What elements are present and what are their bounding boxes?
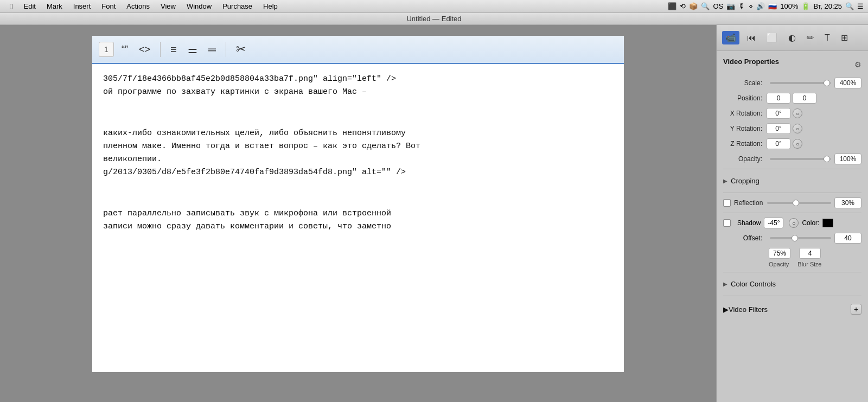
os-label: OS — [713, 2, 723, 10]
opacity-slider[interactable] — [770, 158, 831, 160]
y-rotation-input[interactable]: 0° — [767, 123, 790, 134]
menu-view[interactable]: View — [155, 0, 181, 12]
frame-tool-btn[interactable]: ⬜ — [763, 31, 781, 44]
shadow-blur-input[interactable]: 4 — [799, 248, 821, 259]
mic-icon: 🎙 — [738, 2, 745, 10]
video-tool-btn[interactable]: 📹 — [722, 31, 739, 44]
menu-actions[interactable]: Actions — [121, 0, 155, 12]
z-rotation-row: Z Rotation: 0° ○ — [723, 138, 861, 149]
scissors-button[interactable]: ✂ — [233, 40, 249, 59]
arrow-icon: ⟲ — [680, 2, 686, 10]
list-icon[interactable]: ☰ — [857, 2, 864, 10]
quote-button[interactable]: “” — [118, 42, 131, 58]
menubar:  Edit Mark Insert Font Actions View Win… — [0, 0, 868, 13]
unordered-list-button[interactable]: ≡ — [167, 41, 180, 58]
x-rotation-input[interactable]: 0° — [767, 108, 790, 119]
panel-toolbar: 📹 ⏮ ⬜ ◐ ✏ T ⊞ — [717, 25, 868, 51]
shadow-angle-input[interactable]: -45° — [764, 218, 783, 228]
opacity-thumb[interactable] — [824, 156, 830, 162]
shadow-color-swatch[interactable] — [822, 219, 833, 227]
z-rotation-input[interactable]: 0° — [767, 138, 790, 149]
reflection-value: 30% — [834, 197, 861, 208]
scale-value: 400% — [834, 78, 861, 88]
apple-menu[interactable]:  — [4, 0, 18, 12]
y-rotation-dial[interactable]: ○ — [793, 124, 802, 133]
menu-purchase[interactable]: Purchase — [217, 0, 258, 12]
hr-button[interactable]: ═ — [205, 41, 219, 58]
screen-icon: ⬛ — [668, 2, 676, 10]
shadow-row: Shadow -45° ○ Color: — [723, 218, 861, 228]
menubar-right: ⬛ ⟲ 📦 🔍 OS 📷 🎙 ⋄ 🔊 🇷🇺 100% 🔋 Вт, 20:25 🔍… — [668, 2, 864, 10]
clock: Вт, 20:25 — [813, 2, 842, 10]
code-button[interactable]: <> — [136, 42, 154, 58]
text-tool-btn[interactable]: T — [821, 31, 833, 44]
menu-window[interactable]: Window — [181, 0, 217, 12]
reflection-thumb[interactable] — [793, 200, 799, 206]
menu-insert[interactable]: Insert — [68, 0, 97, 12]
search-icon[interactable]: 🔍 — [845, 2, 854, 10]
color-controls-arrow: ▶ — [723, 281, 727, 287]
position-x-input[interactable]: 0 — [767, 93, 790, 104]
shadow-opacity-group: 75% — [769, 248, 790, 259]
offset-slider[interactable] — [770, 237, 831, 239]
scale-label: Scale: — [723, 79, 767, 87]
video-filters-row[interactable]: ▶ Video Filters + — [723, 301, 861, 318]
reflection-row: Reflection 30% — [723, 197, 861, 208]
add-filter-button[interactable]: + — [851, 304, 861, 315]
edit-tool-btn[interactable]: ✏ — [803, 31, 817, 44]
cropping-label: Cropping — [731, 177, 760, 185]
panel-gear-icon[interactable]: ⚙ — [854, 60, 861, 69]
video-filters-arrow: ▶ — [723, 305, 729, 314]
doc-toolbar: 1 “” <> ≡ ⚌ ═ ✂ — [92, 36, 624, 64]
opacity-blur-row: 75% 4 — [723, 248, 861, 259]
doc-line-4 — [103, 113, 613, 127]
panel-section-title: Video Properties — [723, 58, 779, 66]
doc-line-6: пленном маке. Именно тогда и встает вопр… — [103, 140, 613, 153]
cropping-row[interactable]: ▶ Cropping — [723, 174, 861, 188]
menu-edit[interactable]: Edit — [18, 0, 41, 12]
menu-mark[interactable]: Mark — [41, 0, 68, 12]
scale-slider[interactable] — [770, 82, 831, 84]
ordered-list-button[interactable]: ⚌ — [184, 41, 201, 58]
toolbar-separator-1 — [160, 42, 161, 57]
volume-icon: 🔊 — [756, 2, 765, 10]
shadow-opacity-input[interactable]: 75% — [769, 248, 790, 259]
menu-font[interactable]: Font — [96, 0, 121, 12]
window-title: Untitled — Edited — [406, 15, 461, 23]
doc-line-5: каких-либо ознакомительных целей, либо о… — [103, 127, 613, 140]
shadow-angle-dial[interactable]: ○ — [789, 218, 799, 228]
position-y-input[interactable]: 0 — [793, 93, 816, 104]
menu-help[interactable]: Help — [258, 0, 283, 12]
more-tool-btn[interactable]: ⊞ — [838, 31, 851, 44]
doc-line-7: великолепии. — [103, 153, 613, 166]
z-rotation-label: Z Rotation: — [723, 140, 767, 148]
opacity-sub-label: Opacity — [769, 261, 789, 267]
playback-tool-btn[interactable]: ⏮ — [744, 31, 759, 44]
doc-content[interactable]: 305/7f/18e4366bb8af45e2b0d858804a33ba7f.… — [92, 64, 624, 242]
divider-1 — [723, 169, 861, 169]
reflection-checkbox[interactable] — [723, 199, 731, 207]
x-rotation-row: X Rotation: 0° ○ — [723, 108, 861, 119]
opacity-label: Opacity: — [723, 155, 767, 163]
x-rotation-dial[interactable]: ○ — [793, 109, 802, 118]
battery-label: 100% — [780, 2, 798, 10]
divider-3 — [723, 213, 861, 213]
divider-5 — [723, 296, 861, 296]
blur-sub-label: Blur Size — [797, 261, 821, 267]
doc-line-11: рает параллельно записывать звук с микро… — [103, 207, 613, 220]
reflection-slider[interactable] — [767, 202, 831, 204]
offset-thumb[interactable] — [792, 235, 798, 241]
color-controls-row[interactable]: ▶ Color Controls — [723, 277, 861, 291]
offset-label: Offset: — [723, 234, 767, 242]
scale-thumb[interactable] — [824, 80, 830, 86]
position-row: Position: 0 0 — [723, 93, 861, 104]
blend-tool-btn[interactable]: ◐ — [785, 31, 799, 44]
camera-icon: 📷 — [726, 2, 735, 10]
z-rotation-dial[interactable]: ○ — [793, 139, 802, 149]
main-area: 1 “” <> ≡ ⚌ ═ ✂ — [0, 25, 868, 402]
opacity-row: Opacity: 100% — [723, 154, 861, 164]
shadow-checkbox[interactable] — [723, 219, 731, 227]
editor-area: 1 “” <> ≡ ⚌ ═ ✂ — [0, 25, 716, 402]
y-rotation-row: Y Rotation: 0° ○ — [723, 123, 861, 134]
shadow-color-label: Color: — [802, 219, 819, 227]
